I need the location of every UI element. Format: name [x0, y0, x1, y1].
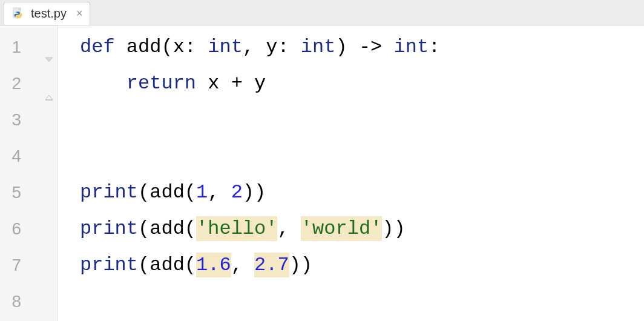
keyword-def: def — [80, 36, 115, 58]
number-literal: 1 — [196, 181, 208, 204]
tab-bar: test.py × — [0, 0, 644, 25]
code-line-2[interactable]: return x + y — [80, 65, 644, 102]
number-literal: 2 — [231, 181, 243, 204]
gutter-line-8[interactable]: 8 — [0, 283, 58, 320]
svg-point-1 — [16, 12, 17, 12]
code-line-3[interactable] — [80, 102, 644, 138]
string-literal-warning: 'hello' — [196, 216, 277, 241]
gutter-line-3[interactable]: 3 — [0, 102, 58, 138]
editor-area[interactable]: 1 2 3 4 5 6 7 8 def add(x: int, y: int) … — [0, 25, 644, 321]
code-line-7[interactable]: print(add(1.6, 2.7)) — [80, 247, 644, 283]
line-number: 2 — [12, 74, 21, 93]
gutter: 1 2 3 4 5 6 7 8 — [0, 25, 58, 321]
line-number: 8 — [12, 292, 21, 311]
gutter-line-6[interactable]: 6 — [0, 211, 58, 247]
builtin-print: print — [80, 217, 138, 240]
number-literal-warning: 2.7 — [254, 253, 289, 277]
tab-close-icon[interactable]: × — [73, 7, 83, 20]
line-number: 7 — [12, 256, 21, 274]
line-number: 3 — [12, 110, 21, 129]
code-line-8[interactable] — [80, 283, 644, 320]
line-number: 6 — [12, 219, 21, 238]
builtin-print: print — [80, 254, 138, 276]
gutter-line-4[interactable]: 4 — [0, 138, 58, 174]
builtin-print: print — [80, 181, 138, 204]
code-column[interactable]: def add(x: int, y: int) -> int: return x… — [58, 25, 644, 321]
fold-end-icon[interactable] — [44, 79, 54, 88]
gutter-line-7[interactable]: 7 — [0, 247, 58, 283]
code-line-6[interactable]: print(add('hello', 'world')) — [80, 211, 644, 247]
type-int: int — [393, 36, 429, 58]
keyword-return: return — [126, 72, 196, 94]
gutter-line-1[interactable]: 1 — [0, 29, 58, 65]
code-line-4[interactable] — [80, 138, 644, 174]
line-number: 5 — [12, 183, 21, 202]
number-literal-warning: 1.6 — [196, 253, 231, 277]
function-name: add — [126, 36, 162, 58]
gutter-line-2[interactable]: 2 — [0, 65, 58, 102]
gutter-line-5[interactable]: 5 — [0, 174, 58, 211]
type-int: int — [301, 36, 336, 58]
python-file-icon — [12, 7, 25, 21]
type-int: int — [208, 36, 243, 58]
line-number: 1 — [12, 38, 21, 56]
string-literal-warning: 'world' — [301, 216, 382, 241]
svg-point-2 — [19, 17, 20, 18]
tab-filename: test.py — [31, 7, 67, 21]
fold-start-icon[interactable] — [44, 42, 54, 52]
tab-active[interactable]: test.py × — [4, 2, 90, 25]
line-number: 4 — [12, 147, 21, 165]
code-line-1[interactable]: def add(x: int, y: int) -> int: — [80, 29, 644, 65]
code-line-5[interactable]: print(add(1, 2)) — [80, 174, 644, 211]
